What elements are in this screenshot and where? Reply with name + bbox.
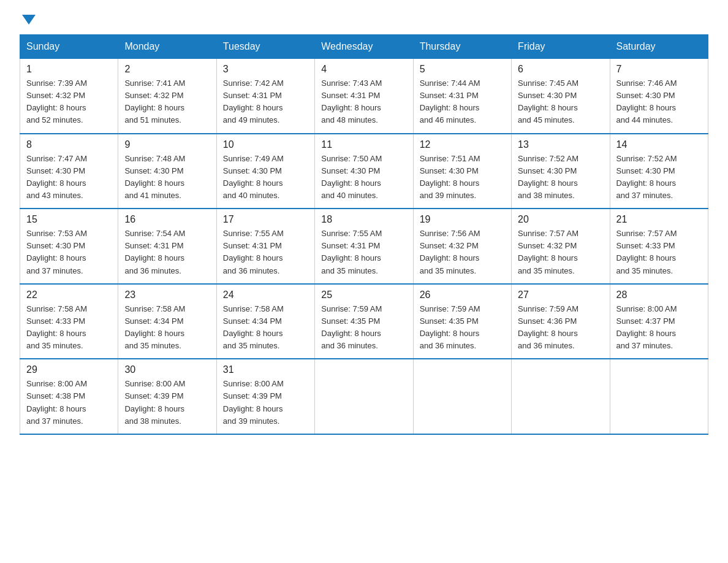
day-number: 6	[518, 64, 603, 75]
logo	[20, 15, 36, 22]
day-number: 19	[420, 214, 505, 225]
day-info: Sunrise: 7:58 AM Sunset: 4:34 PM Dayligh…	[223, 303, 308, 353]
day-number: 29	[26, 364, 112, 375]
calendar-week-row: 1 Sunrise: 7:39 AM Sunset: 4:32 PM Dayli…	[20, 59, 708, 134]
day-info: Sunrise: 8:00 AM Sunset: 4:37 PM Dayligh…	[616, 303, 702, 353]
day-number: 7	[616, 64, 702, 75]
column-header-saturday: Saturday	[610, 35, 708, 59]
column-header-thursday: Thursday	[413, 35, 511, 59]
column-header-monday: Monday	[118, 35, 216, 59]
calendar-day-cell: 21 Sunrise: 7:57 AM Sunset: 4:33 PM Dayl…	[610, 209, 708, 284]
calendar-day-cell: 19 Sunrise: 7:56 AM Sunset: 4:32 PM Dayl…	[413, 209, 511, 284]
calendar-week-row: 8 Sunrise: 7:47 AM Sunset: 4:30 PM Dayli…	[20, 134, 708, 209]
calendar-week-row: 22 Sunrise: 7:58 AM Sunset: 4:33 PM Dayl…	[20, 284, 708, 359]
calendar-day-cell: 27 Sunrise: 7:59 AM Sunset: 4:36 PM Dayl…	[512, 284, 610, 359]
day-number: 24	[223, 289, 308, 301]
day-info: Sunrise: 7:54 AM Sunset: 4:31 PM Dayligh…	[124, 228, 210, 277]
day-number: 16	[124, 214, 210, 225]
day-info: Sunrise: 7:55 AM Sunset: 4:31 PM Dayligh…	[223, 228, 308, 277]
calendar-day-cell: 12 Sunrise: 7:51 AM Sunset: 4:30 PM Dayl…	[413, 134, 511, 209]
day-number: 8	[26, 139, 112, 150]
day-info: Sunrise: 7:55 AM Sunset: 4:31 PM Dayligh…	[321, 228, 406, 277]
day-info: Sunrise: 7:44 AM Sunset: 4:31 PM Dayligh…	[420, 77, 505, 127]
day-number: 9	[124, 139, 210, 150]
day-number: 17	[223, 214, 308, 225]
day-info: Sunrise: 7:49 AM Sunset: 4:30 PM Dayligh…	[223, 153, 308, 202]
column-header-friday: Friday	[512, 35, 610, 59]
day-number: 22	[26, 289, 112, 301]
calendar-day-cell: 17 Sunrise: 7:55 AM Sunset: 4:31 PM Dayl…	[216, 209, 314, 284]
day-info: Sunrise: 8:00 AM Sunset: 4:39 PM Dayligh…	[124, 378, 210, 427]
day-info: Sunrise: 7:48 AM Sunset: 4:30 PM Dayligh…	[124, 153, 210, 202]
day-info: Sunrise: 7:50 AM Sunset: 4:30 PM Dayligh…	[321, 153, 406, 202]
calendar-day-cell: 20 Sunrise: 7:57 AM Sunset: 4:32 PM Dayl…	[512, 209, 610, 284]
day-number: 25	[321, 289, 406, 301]
day-info: Sunrise: 7:43 AM Sunset: 4:31 PM Dayligh…	[321, 77, 406, 127]
calendar-day-cell	[610, 359, 708, 434]
day-info: Sunrise: 8:00 AM Sunset: 4:38 PM Dayligh…	[26, 378, 112, 427]
calendar-day-cell: 1 Sunrise: 7:39 AM Sunset: 4:32 PM Dayli…	[20, 59, 118, 134]
day-number: 11	[321, 139, 406, 150]
day-number: 4	[321, 64, 406, 75]
day-info: Sunrise: 7:42 AM Sunset: 4:31 PM Dayligh…	[223, 77, 308, 127]
column-header-tuesday: Tuesday	[216, 35, 314, 59]
day-info: Sunrise: 7:53 AM Sunset: 4:30 PM Dayligh…	[26, 228, 112, 277]
day-number: 3	[223, 64, 308, 75]
day-info: Sunrise: 7:59 AM Sunset: 4:36 PM Dayligh…	[518, 303, 603, 353]
calendar-day-cell: 25 Sunrise: 7:59 AM Sunset: 4:35 PM Dayl…	[315, 284, 413, 359]
calendar-day-cell	[413, 359, 511, 434]
day-info: Sunrise: 7:57 AM Sunset: 4:33 PM Dayligh…	[616, 228, 702, 277]
calendar-day-cell: 16 Sunrise: 7:54 AM Sunset: 4:31 PM Dayl…	[118, 209, 216, 284]
day-number: 14	[616, 139, 702, 150]
calendar-day-cell: 14 Sunrise: 7:52 AM Sunset: 4:30 PM Dayl…	[610, 134, 708, 209]
day-number: 27	[518, 289, 603, 301]
calendar-day-cell: 31 Sunrise: 8:00 AM Sunset: 4:39 PM Dayl…	[216, 359, 314, 434]
calendar-header-row: SundayMondayTuesdayWednesdayThursdayFrid…	[20, 35, 708, 59]
day-info: Sunrise: 7:52 AM Sunset: 4:30 PM Dayligh…	[518, 153, 603, 202]
day-number: 21	[616, 214, 702, 225]
day-number: 20	[518, 214, 603, 225]
day-number: 26	[420, 289, 505, 301]
calendar-day-cell: 3 Sunrise: 7:42 AM Sunset: 4:31 PM Dayli…	[216, 59, 314, 134]
day-number: 10	[223, 139, 308, 150]
calendar-day-cell: 7 Sunrise: 7:46 AM Sunset: 4:30 PM Dayli…	[610, 59, 708, 134]
day-info: Sunrise: 7:58 AM Sunset: 4:34 PM Dayligh…	[124, 303, 210, 353]
calendar-day-cell: 2 Sunrise: 7:41 AM Sunset: 4:32 PM Dayli…	[118, 59, 216, 134]
calendar-day-cell: 13 Sunrise: 7:52 AM Sunset: 4:30 PM Dayl…	[512, 134, 610, 209]
day-number: 31	[223, 364, 308, 375]
day-number: 2	[124, 64, 210, 75]
day-number: 12	[420, 139, 505, 150]
column-header-wednesday: Wednesday	[315, 35, 413, 59]
column-header-sunday: Sunday	[20, 35, 118, 59]
calendar-day-cell	[512, 359, 610, 434]
day-info: Sunrise: 7:57 AM Sunset: 4:32 PM Dayligh…	[518, 228, 603, 277]
page-header	[20, 15, 708, 22]
day-number: 5	[420, 64, 505, 75]
calendar-day-cell: 28 Sunrise: 8:00 AM Sunset: 4:37 PM Dayl…	[610, 284, 708, 359]
day-number: 13	[518, 139, 603, 150]
day-number: 1	[26, 64, 112, 75]
day-info: Sunrise: 7:56 AM Sunset: 4:32 PM Dayligh…	[420, 228, 505, 277]
day-info: Sunrise: 7:47 AM Sunset: 4:30 PM Dayligh…	[26, 153, 112, 202]
calendar-day-cell: 6 Sunrise: 7:45 AM Sunset: 4:30 PM Dayli…	[512, 59, 610, 134]
calendar-week-row: 29 Sunrise: 8:00 AM Sunset: 4:38 PM Dayl…	[20, 359, 708, 434]
day-number: 30	[124, 364, 210, 375]
day-info: Sunrise: 7:39 AM Sunset: 4:32 PM Dayligh…	[26, 77, 112, 127]
calendar-day-cell: 8 Sunrise: 7:47 AM Sunset: 4:30 PM Dayli…	[20, 134, 118, 209]
calendar-day-cell: 5 Sunrise: 7:44 AM Sunset: 4:31 PM Dayli…	[413, 59, 511, 134]
calendar-day-cell: 4 Sunrise: 7:43 AM Sunset: 4:31 PM Dayli…	[315, 59, 413, 134]
day-info: Sunrise: 8:00 AM Sunset: 4:39 PM Dayligh…	[223, 378, 308, 427]
calendar-day-cell: 15 Sunrise: 7:53 AM Sunset: 4:30 PM Dayl…	[20, 209, 118, 284]
day-number: 18	[321, 214, 406, 225]
day-number: 23	[124, 289, 210, 301]
day-number: 28	[616, 289, 702, 301]
day-info: Sunrise: 7:52 AM Sunset: 4:30 PM Dayligh…	[616, 153, 702, 202]
day-info: Sunrise: 7:46 AM Sunset: 4:30 PM Dayligh…	[616, 77, 702, 127]
calendar-day-cell: 23 Sunrise: 7:58 AM Sunset: 4:34 PM Dayl…	[118, 284, 216, 359]
calendar-week-row: 15 Sunrise: 7:53 AM Sunset: 4:30 PM Dayl…	[20, 209, 708, 284]
calendar-day-cell	[315, 359, 413, 434]
day-info: Sunrise: 7:59 AM Sunset: 4:35 PM Dayligh…	[420, 303, 505, 353]
calendar-table: SundayMondayTuesdayWednesdayThursdayFrid…	[20, 34, 708, 435]
calendar-day-cell: 18 Sunrise: 7:55 AM Sunset: 4:31 PM Dayl…	[315, 209, 413, 284]
day-info: Sunrise: 7:45 AM Sunset: 4:30 PM Dayligh…	[518, 77, 603, 127]
